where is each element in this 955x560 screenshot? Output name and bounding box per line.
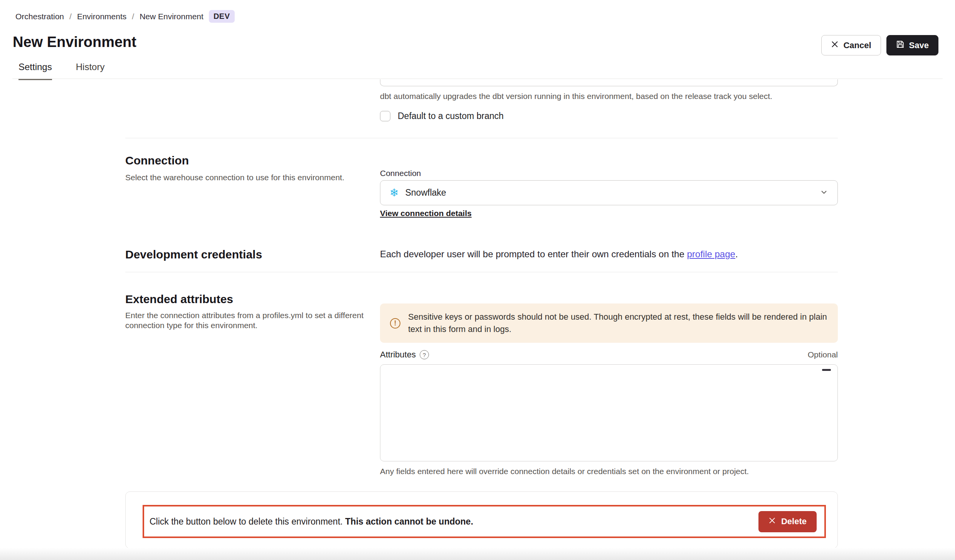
chevron-down-icon: [820, 188, 828, 198]
connection-select[interactable]: ❄ Snowflake: [380, 180, 838, 205]
attributes-field-label: Attributes: [380, 350, 416, 360]
breadcrumb-new-environment[interactable]: New Environment: [140, 12, 203, 21]
save-button[interactable]: Save: [886, 35, 938, 55]
custom-branch-checkbox[interactable]: [380, 111, 390, 121]
header-actions: Cancel Save: [821, 35, 938, 55]
section-divider: [125, 272, 838, 272]
view-connection-details-link[interactable]: View connection details: [380, 209, 472, 218]
warning-text: Sensitive keys or passwords should not b…: [408, 311, 828, 335]
save-floppy-icon: [896, 40, 905, 51]
save-button-label: Save: [909, 40, 929, 50]
attributes-textarea[interactable]: [380, 364, 838, 461]
environment-settings-page: Orchestration / Environments / New Envir…: [0, 0, 955, 560]
delete-environment-text: Click the button below to delete this en…: [150, 516, 758, 527]
tab-settings[interactable]: Settings: [18, 62, 52, 80]
delete-button[interactable]: Delete: [758, 511, 817, 532]
page-title: New Environment: [13, 34, 136, 50]
delete-environment-panel: Click the button below to delete this en…: [143, 505, 826, 538]
attributes-editor: [380, 364, 838, 461]
cancel-button-label: Cancel: [843, 40, 871, 50]
connection-section-heading: Connection: [125, 154, 189, 167]
tab-bar: Settings History: [18, 62, 104, 80]
delete-text: Click the button below to delete this en…: [150, 516, 345, 526]
breadcrumb-orchestration[interactable]: Orchestration: [15, 12, 64, 21]
dev-credentials-text: Each developer user will be prompted to …: [380, 249, 738, 260]
warning-circle-icon: !: [390, 318, 400, 329]
env-type-badge: DEV: [209, 10, 235, 23]
section-divider: [125, 138, 838, 138]
attributes-label-row: Attributes ? Optional: [380, 350, 838, 360]
cancel-button[interactable]: Cancel: [821, 35, 881, 55]
sensitive-keys-warning: ! Sensitive keys or passwords should not…: [380, 303, 838, 343]
breadcrumb-environments[interactable]: Environments: [77, 12, 126, 21]
delete-button-label: Delete: [781, 516, 807, 526]
help-icon[interactable]: ?: [420, 350, 429, 359]
dev-credentials-heading: Development credentials: [125, 248, 262, 261]
breadcrumb-separator: /: [69, 12, 72, 21]
close-icon: [831, 40, 839, 50]
tab-history[interactable]: History: [76, 62, 105, 80]
extended-attributes-heading: Extended attributes: [125, 293, 233, 306]
release-track-helper-text: dbt automatically upgrades the dbt versi…: [380, 92, 772, 101]
attributes-label-wrap: Attributes ?: [380, 350, 429, 360]
connection-selected-value: Snowflake: [405, 188, 820, 198]
release-track-input-partial[interactable]: [380, 79, 838, 86]
header-divider: [12, 79, 943, 79]
delete-text-bold: This action cannot be undone.: [345, 516, 473, 526]
custom-branch-row: Default to a custom branch: [380, 111, 504, 121]
editor-collapse-icon[interactable]: [822, 369, 831, 371]
danger-zone-card: Click the button below to delete this en…: [125, 491, 838, 548]
close-icon: [768, 516, 776, 526]
breadcrumb-separator: /: [132, 12, 134, 21]
page-bottom-fade: [0, 548, 955, 560]
snowflake-icon: ❄: [390, 188, 398, 198]
profile-page-link[interactable]: profile page: [687, 249, 735, 259]
optional-label: Optional: [808, 350, 838, 359]
extended-attributes-description: Enter the connection attributes from a p…: [125, 310, 364, 330]
breadcrumb: Orchestration / Environments / New Envir…: [15, 10, 235, 23]
connection-field-label: Connection: [380, 169, 421, 178]
connection-section-description: Select the warehouse connection to use f…: [125, 173, 345, 183]
dev-credentials-text-after: .: [735, 249, 738, 259]
attributes-helper-text: Any fields entered here will override co…: [380, 467, 749, 476]
custom-branch-label: Default to a custom branch: [398, 111, 504, 121]
dev-credentials-text-before: Each developer user will be prompted to …: [380, 249, 687, 259]
